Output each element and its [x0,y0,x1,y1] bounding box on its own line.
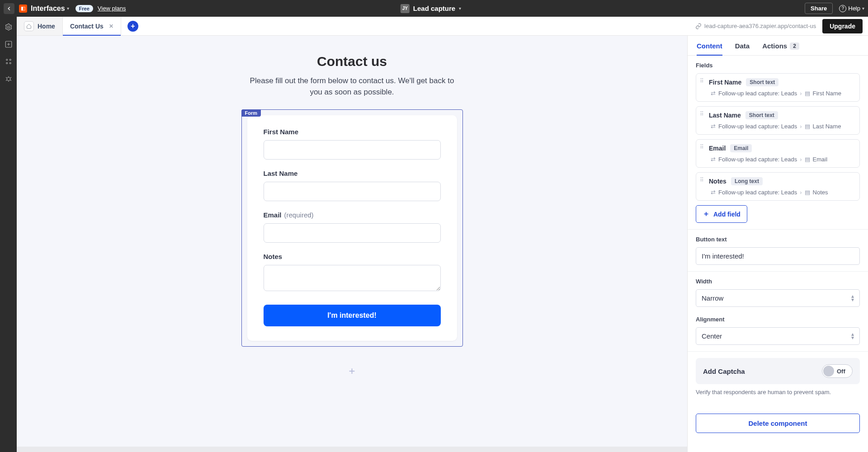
svg-point-0 [7,26,9,28]
user-avatar[interactable]: JY [401,4,410,13]
panel-tabs: Content Data Actions 2 [688,36,868,56]
button-text-input[interactable] [696,247,860,265]
link-icon [695,23,702,29]
upgrade-button[interactable]: Upgrade [822,19,863,33]
width-select[interactable]: Narrow ▴▾ [696,289,860,307]
alignment-select[interactable]: Center ▴▾ [696,327,860,345]
database-icon: ▤ [805,189,810,196]
add-block-button[interactable]: + [346,365,359,377]
alignment-value: Center [702,332,722,340]
canvas-workspace[interactable]: Contact us Please fill out the form belo… [17,36,687,452]
brand-name: Interfaces [31,5,65,13]
section-fields: Fields ⠿ First Name Short text ⇄ Follow-… [688,56,868,230]
field-card-type: Short text [746,78,778,86]
sub-header: Home Contact Us ✕ + lead-capture-aea376.… [17,17,868,36]
database-icon: ▤ [805,123,810,130]
field-email: Email (required) [264,211,441,243]
field-path-a: Follow-up lead capture: Leads [718,189,797,196]
back-button[interactable] [4,3,14,14]
notes-textarea[interactable] [264,265,441,291]
field-path-a: Follow-up lead capture: Leads [718,123,797,130]
chevron-right-icon: › [800,189,802,196]
field-card-last-name[interactable]: ⠿ Last Name Short text ⇄ Follow-up lead … [696,106,860,135]
first-name-input[interactable] [264,140,441,160]
help-menu[interactable]: ? Help ▾ [839,5,864,12]
tab-home[interactable]: Home [17,17,63,35]
panel-tab-actions[interactable]: Actions 2 [762,42,799,55]
view-plans-link[interactable]: View plans [98,5,126,12]
tab-home-label: Home [38,23,55,30]
actions-count-badge: 2 [790,42,799,50]
panel-tab-content[interactable]: Content [697,42,722,55]
page-url[interactable]: lead-capture-aea376.zapier.app/contact-u… [695,23,816,29]
arrow-left-icon [6,5,12,12]
captcha-helper-text: Verify that respondents are human to pre… [696,389,860,396]
chevron-right-icon: › [800,123,802,130]
field-card-email[interactable]: ⠿ Email Email ⇄ Follow-up lead capture: … [696,139,860,168]
share-button[interactable]: Share [805,3,833,14]
plus-square-icon[interactable] [5,40,13,48]
email-input[interactable] [264,223,441,243]
field-card-first-name[interactable]: ⠿ First Name Short text ⇄ Follow-up lead… [696,73,860,102]
submit-button[interactable]: I'm interested! [264,305,441,326]
field-card-notes[interactable]: ⠿ Notes Long text ⇄ Follow-up lead captu… [696,172,860,201]
field-card-type: Long text [731,177,763,185]
apps-icon[interactable] [5,57,13,66]
project-caret-icon[interactable]: ▾ [459,6,461,11]
add-tab-button[interactable]: + [127,21,138,32]
add-field-button[interactable]: ＋ Add field [696,205,747,223]
section-button-text: Button text [688,230,868,272]
field-path-b: Email [813,156,828,163]
field-path-b: Last Name [813,123,841,130]
field-last-name: Last Name [264,170,441,201]
field-card-name: Email [709,145,726,152]
toggle-knob [823,366,834,377]
section-width: Width Narrow ▴▾ [688,272,868,310]
help-label: Help [848,5,860,12]
brand-caret-icon[interactable]: ▾ [67,6,69,11]
field-last-name-label: Last Name [264,170,298,177]
project-name: Lead capture [413,5,455,12]
field-notes-label: Notes [264,253,283,260]
svg-point-4 [6,62,7,64]
svg-point-6 [7,77,10,81]
chevron-right-icon: › [800,156,802,163]
flow-icon: ⇄ [711,156,716,163]
home-icon [24,21,34,31]
flow-icon: ⇄ [711,90,716,97]
plus-icon: ＋ [703,209,710,219]
select-caret-icon: ▴▾ [851,333,854,339]
plan-badge: Free [75,5,93,12]
captcha-toggle[interactable]: Off [822,364,853,378]
close-tab-icon[interactable]: ✕ [109,23,113,29]
horizontal-scrollbar[interactable] [17,447,687,452]
panel-tab-data[interactable]: Data [735,42,750,55]
flow-icon: ⇄ [711,123,716,130]
gear-icon[interactable] [5,23,13,31]
section-captcha: Add Captcha Off Verify that respondents … [688,352,868,402]
tab-contact-us[interactable]: Contact Us ✕ [63,17,121,35]
svg-point-3 [9,59,11,61]
form-component-selected[interactable]: Form First Name Last Name Email (require… [241,109,463,347]
flow-icon: ⇄ [711,189,716,196]
drag-handle-icon[interactable]: ⠿ [700,78,704,84]
field-card-name: Last Name [709,112,741,119]
bug-icon[interactable] [5,75,13,83]
select-caret-icon: ▴▾ [851,295,854,301]
form-tag-label: Form [241,109,261,117]
field-card-name: Notes [709,178,726,185]
required-hint: (required) [284,211,314,219]
field-first-name: First Name [264,128,441,160]
field-first-name-label: First Name [264,128,299,136]
tab-contact-us-label: Contact Us [70,23,104,30]
fields-section-label: Fields [696,62,860,69]
drag-handle-icon[interactable]: ⠿ [700,177,704,183]
last-name-input[interactable] [264,182,441,201]
delete-component-button[interactable]: Delete component [696,414,860,433]
page-url-text: lead-capture-aea376.zapier.app/contact-u… [704,23,816,29]
drag-handle-icon[interactable]: ⠿ [700,111,704,117]
svg-point-5 [9,62,11,64]
drag-handle-icon[interactable]: ⠿ [700,144,704,150]
captcha-label: Add Captcha [703,367,745,375]
field-card-name: First Name [709,79,741,86]
